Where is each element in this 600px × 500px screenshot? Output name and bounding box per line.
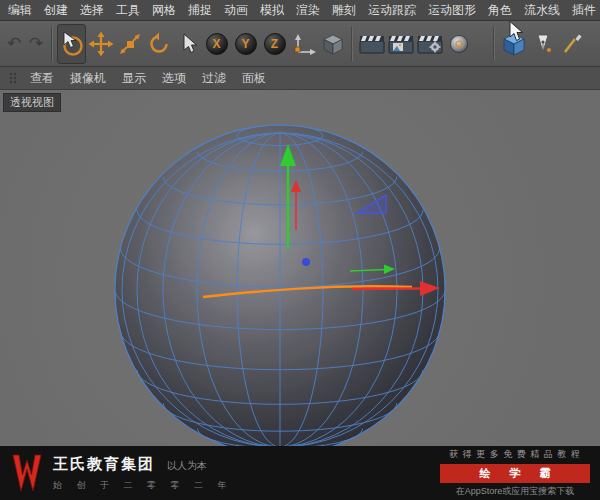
toolbar-separator bbox=[351, 27, 353, 61]
redo-icon[interactable]: ↷ bbox=[25, 24, 47, 64]
promo-text-top: 获 得 更 多 免 费 精 品 教 程 bbox=[440, 448, 590, 461]
menu-snap[interactable]: 捕捉 bbox=[182, 2, 218, 19]
viewport-menubar: 查看 摄像机 显示 选项 过滤 面板 bbox=[0, 67, 600, 90]
menu-select[interactable]: 选择 bbox=[74, 2, 110, 19]
render-view-icon[interactable] bbox=[357, 24, 386, 64]
footer-logo bbox=[10, 453, 44, 493]
viewmenu-view[interactable]: 查看 bbox=[22, 70, 62, 87]
footer-brand-block: 王氏教育集团 以人为本 始 创 于 二 零 零 二 年 bbox=[53, 455, 233, 492]
z-axis-letter: Z bbox=[271, 37, 278, 51]
workplane-cube-icon[interactable] bbox=[318, 24, 347, 64]
menu-mesh[interactable]: 网格 bbox=[146, 2, 182, 19]
z-axis-circle: Z bbox=[264, 33, 286, 55]
menu-mograph[interactable]: 运动图形 bbox=[422, 2, 482, 19]
viewmenu-filter[interactable]: 过滤 bbox=[194, 70, 234, 87]
footer-bar: 王氏教育集团 以人为本 始 创 于 二 零 零 二 年 获 得 更 多 免 费 … bbox=[0, 446, 600, 500]
viewport-label[interactable]: 透视视图 bbox=[3, 93, 61, 112]
mouse-cursor-icon bbox=[509, 21, 525, 43]
menu-animate[interactable]: 动画 bbox=[218, 2, 254, 19]
brand-name: 王氏教育集团 bbox=[53, 455, 155, 474]
app-name-banner[interactable]: 绘 学 霸 bbox=[440, 464, 590, 483]
gizmo-origin-point bbox=[302, 258, 310, 266]
footer-promo-block: 获 得 更 多 免 费 精 品 教 程 绘 学 霸 在AppStore或应用宝搜… bbox=[440, 448, 590, 498]
toolbar-separator bbox=[51, 27, 53, 61]
menu-pipeline[interactable]: 流水线 bbox=[518, 2, 566, 19]
viewmenu-panel[interactable]: 面板 bbox=[234, 70, 274, 87]
toolbar-separator bbox=[493, 27, 495, 61]
spline-pen-icon[interactable] bbox=[528, 24, 557, 64]
x-axis-letter: X bbox=[212, 37, 220, 51]
render-picture-viewer-icon[interactable] bbox=[386, 24, 415, 64]
menubar: 编辑 创建 选择 工具 网格 捕捉 动画 模拟 渲染 雕刻 运动跟踪 运动图形 … bbox=[0, 0, 600, 21]
viewmenu-camera[interactable]: 摄像机 bbox=[62, 70, 114, 87]
viewport-canvas[interactable]: 透视视图 bbox=[0, 90, 600, 446]
rotate-tool-icon[interactable] bbox=[144, 24, 173, 64]
selection-cursor-icon[interactable] bbox=[173, 24, 202, 64]
menu-simulate[interactable]: 模拟 bbox=[254, 2, 290, 19]
menu-render[interactable]: 渲染 bbox=[290, 2, 326, 19]
y-axis-lock-button[interactable]: Y bbox=[231, 24, 260, 64]
menu-character[interactable]: 角色 bbox=[482, 2, 518, 19]
coordinate-system-icon[interactable] bbox=[289, 24, 318, 64]
menu-sculpt[interactable]: 雕刻 bbox=[326, 2, 362, 19]
render-settings-icon[interactable] bbox=[415, 24, 444, 64]
panel-grip-icon[interactable] bbox=[8, 71, 18, 85]
scale-tool-icon[interactable] bbox=[115, 24, 144, 64]
live-selection-icon[interactable] bbox=[57, 24, 86, 64]
viewmenu-options[interactable]: 选项 bbox=[154, 70, 194, 87]
promo-text-bottom: 在AppStore或应用宝搜索下载 bbox=[440, 485, 590, 498]
brand-since: 始 创 于 二 零 零 二 年 bbox=[53, 479, 233, 492]
menu-plugins[interactable]: 插件 bbox=[566, 2, 600, 19]
undo-icon[interactable]: ↶ bbox=[3, 24, 25, 64]
menu-tools[interactable]: 工具 bbox=[110, 2, 146, 19]
move-tool-icon[interactable] bbox=[86, 24, 115, 64]
viewmenu-display[interactable]: 显示 bbox=[114, 70, 154, 87]
x-axis-circle: X bbox=[206, 33, 228, 55]
menu-edit[interactable]: 编辑 bbox=[2, 2, 38, 19]
shader-ball-icon[interactable] bbox=[444, 24, 473, 64]
menu-motion-tracker[interactable]: 运动跟踪 bbox=[362, 2, 422, 19]
y-axis-circle: Y bbox=[235, 33, 257, 55]
z-axis-lock-button[interactable]: Z bbox=[260, 24, 289, 64]
y-axis-letter: Y bbox=[241, 37, 249, 51]
paint-brush-icon[interactable] bbox=[557, 24, 586, 64]
brand-slogan: 以人为本 bbox=[167, 459, 207, 473]
menu-create[interactable]: 创建 bbox=[38, 2, 74, 19]
x-axis-lock-button[interactable]: X bbox=[202, 24, 231, 64]
sphere-wireframe bbox=[0, 90, 600, 446]
